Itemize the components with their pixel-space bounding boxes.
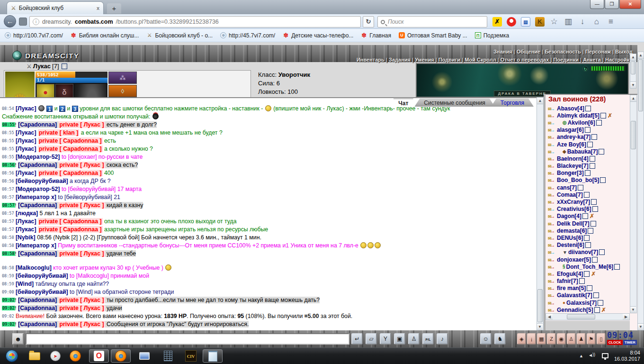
tavern-banner[interactable]: ↻ ДРАКА В ТАВЕРНЕ: [416, 63, 629, 98]
chat-username[interactable]: [Wind]: [16, 281, 34, 287]
player-name[interactable]: andrey-ka: [557, 134, 584, 140]
message-arrow-icon[interactable]: ✉→: [546, 106, 557, 111]
roster-player[interactable]: ✉→Creativius[6]i: [546, 206, 621, 213]
scroll-up-icon[interactable]: ▲: [630, 95, 636, 102]
chat-username[interactable]: [Лукас]: [16, 129, 36, 136]
message-arrow-icon[interactable]: ✉→: [546, 113, 557, 118]
roster-player[interactable]: ✉→Abimyk didaf[5]i✗: [546, 112, 621, 119]
message-target[interactable]: [Wind]: [76, 289, 93, 295]
player-name[interactable]: Bonger: [557, 170, 577, 176]
roster-player[interactable]: ✉→◆Babauka[7]i: [546, 148, 621, 155]
firefox-window-taskbar-icon[interactable]: [111, 349, 131, 363]
roster-player[interactable]: ✉→Delik Dell[7]i: [546, 220, 621, 227]
info-icon[interactable]: i: [578, 185, 583, 191]
scrollbar-thumb[interactable]: [631, 61, 635, 74]
player-name[interactable]: Desteni: [557, 242, 577, 248]
scrollbar-thumb[interactable]: [631, 121, 636, 149]
site-info-icon[interactable]: i: [33, 18, 39, 25]
extension-page-icon[interactable]: ▤: [521, 17, 530, 27]
bookmark-item[interactable]: UОптовая Smart Baby ...: [399, 32, 467, 39]
extension-x-icon[interactable]: ✗: [492, 17, 502, 27]
forward-button[interactable]: [19, 18, 27, 26]
roster-player[interactable]: ✉→Blackeye[7]i: [546, 163, 621, 170]
scroll-right-icon[interactable]: ▶: [623, 314, 629, 320]
player-name[interactable]: alasgar: [557, 127, 577, 133]
start-button[interactable]: [4, 349, 20, 363]
battle-button[interactable]: Z: [547, 333, 556, 345]
info-icon[interactable]: i: [614, 264, 620, 270]
info-icon[interactable]: i: [600, 113, 606, 118]
nav-sub-5[interactable]: Отчет о переводах: [501, 57, 549, 63]
remote-desktop-taskbar-icon[interactable]: [136, 349, 152, 363]
player-name[interactable]: Baelnorn: [557, 155, 581, 162]
scroll-up-icon[interactable]: ▲: [537, 98, 543, 104]
info-icon[interactable]: i: [600, 177, 606, 183]
sound-button[interactable]: ♪: [437, 333, 448, 345]
chat-username[interactable]: [Модератор-52]: [16, 154, 60, 160]
roster-player[interactable]: ✉→fafnir[7]i: [546, 278, 621, 285]
player-name[interactable]: demasta: [557, 228, 580, 234]
message-arrow-icon[interactable]: ✉→: [546, 235, 557, 241]
scrollbar-thumb[interactable]: [537, 289, 543, 322]
info-icon[interactable]: i: [584, 192, 590, 198]
bookmark-item[interactable]: ✽Детские часы-телефо...: [283, 32, 353, 39]
info-icon[interactable]: i: [592, 257, 598, 263]
exit-button[interactable]: ▯: [597, 333, 606, 345]
chat-username[interactable]: [Лукас]: [16, 218, 36, 225]
nav-sub-1[interactable]: Задания: [389, 57, 411, 63]
message-target[interactable]: [Malkocoglu]: [76, 273, 109, 279]
message-arrow-icon[interactable]: ✉→: [546, 192, 557, 198]
chat-username[interactable]: [Capadonnaa]: [18, 297, 57, 303]
player-name[interactable]: Aze Boy: [557, 141, 579, 148]
explorer-taskbar-icon[interactable]: [27, 349, 43, 363]
minimize-button[interactable]: —: [590, 0, 604, 9]
nav-top-3[interactable]: Персонаж: [585, 49, 611, 55]
info-icon[interactable]: i: [584, 271, 590, 277]
message-arrow-icon[interactable]: ✉→: [546, 271, 557, 277]
nav-sub-0[interactable]: Инвентарь: [357, 57, 385, 63]
message-arrow-icon[interactable]: ✉→: [546, 257, 557, 263]
player-name[interactable]: cans: [557, 184, 570, 191]
scrollbar-thumb[interactable]: [567, 314, 595, 319]
screen-button[interactable]: ▣: [394, 333, 405, 345]
nav-sub-6[interactable]: Поединки: [554, 57, 579, 63]
volume-icon[interactable]: [589, 353, 596, 359]
scroll-down-icon[interactable]: ▼: [638, 323, 644, 330]
roster-player[interactable]: ✉→Abasov[4]i: [546, 105, 621, 112]
home-icon[interactable]: ⌂: [592, 17, 601, 27]
notepad-taskbar-icon[interactable]: [203, 349, 223, 363]
info-icon[interactable]: i: [590, 156, 595, 162]
player-name[interactable]: Dagon: [557, 213, 574, 219]
civilization-taskbar-icon[interactable]: CIV: [183, 349, 199, 363]
roster-player[interactable]: ✉→Comaa[7]i: [546, 191, 621, 198]
page-scrollbar[interactable]: ▲ ▼: [637, 52, 644, 330]
network-icon[interactable]: [602, 353, 608, 358]
player-name[interactable]: Boo_Boo_bo: [557, 177, 592, 183]
message-arrow-icon[interactable]: ✉→: [546, 163, 557, 169]
roster-player[interactable]: ✉→●Galaxsis[7]i: [546, 299, 621, 306]
new-tab-button[interactable]: +: [107, 3, 121, 14]
roster-player[interactable]: ✉→Galavastik[7]i: [546, 292, 621, 299]
search-input[interactable]: [388, 18, 468, 25]
nav-sub-3[interactable]: Подвиги: [438, 57, 460, 63]
safari-taskbar-icon[interactable]: ➤: [47, 349, 63, 363]
player-name[interactable]: Dont_Toch_Me: [566, 264, 607, 270]
player-name[interactable]: Delik Dell: [557, 220, 582, 227]
filter-button[interactable]: Y: [380, 333, 391, 345]
nav-top-0[interactable]: Знания: [493, 49, 512, 55]
info-icon[interactable]: i: [585, 170, 590, 176]
calculator-taskbar-icon[interactable]: [160, 349, 176, 363]
roster-player[interactable]: ✉→Bonger[3]i: [546, 170, 621, 177]
message-arrow-icon[interactable]: ✉→: [546, 170, 557, 176]
player-name[interactable]: Babauka: [567, 148, 591, 155]
chat-username[interactable]: [бейворуйубивай]: [16, 273, 68, 279]
roster-player[interactable]: ✉→Dagon[4]i✗: [546, 213, 621, 220]
chat-username[interactable]: [Лукас]: [16, 170, 36, 176]
translit-button[interactable]: ♞: [494, 333, 506, 345]
bookmarks-panel-icon[interactable]: ▥: [564, 17, 573, 27]
roster-player[interactable]: ✉→Baelnorn[4]i: [546, 155, 621, 162]
firefox-taskbar-icon[interactable]: [67, 349, 83, 363]
roster-player[interactable]: ✉→Efoguk[4]i✗: [546, 270, 621, 277]
info-icon[interactable]: i: [590, 221, 596, 227]
message-arrow-icon[interactable]: ✉→: [546, 127, 557, 133]
